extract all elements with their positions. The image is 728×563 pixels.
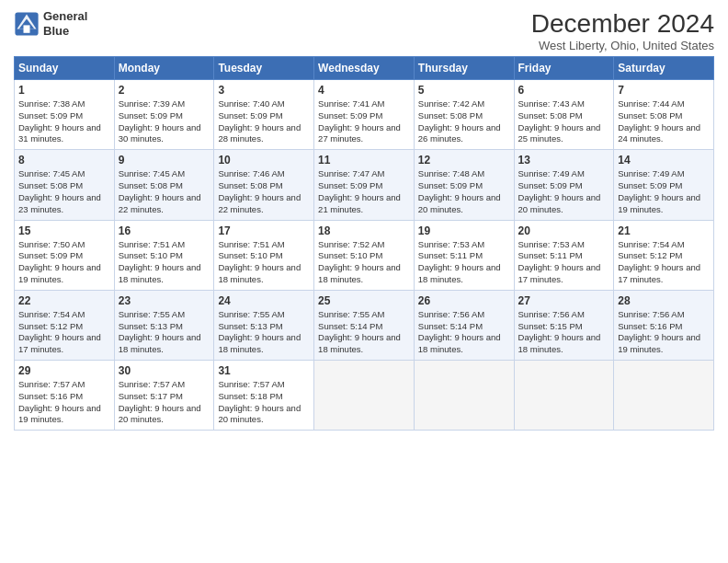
cell-content: Sunrise: 7:49 AMSunset: 5:09 PMDaylight:… [618, 168, 700, 213]
calendar-cell: 4Sunrise: 7:41 AMSunset: 5:09 PMDaylight… [314, 80, 415, 150]
calendar-cell: 19Sunrise: 7:53 AMSunset: 5:11 PMDayligh… [414, 220, 514, 290]
calendar-week-1: 1Sunrise: 7:38 AMSunset: 5:09 PMDaylight… [15, 80, 714, 150]
cell-content: Sunrise: 7:47 AMSunset: 5:09 PMDaylight:… [318, 168, 401, 213]
title-block: December 2024 West Liberty, Ohio, United… [531, 9, 714, 52]
calendar-week-5: 29Sunrise: 7:57 AMSunset: 5:16 PMDayligh… [15, 361, 714, 431]
cell-content: Sunrise: 7:49 AMSunset: 5:09 PMDaylight:… [518, 168, 601, 213]
calendar-cell: 11Sunrise: 7:47 AMSunset: 5:09 PMDayligh… [314, 150, 415, 220]
day-header-monday: Monday [114, 57, 214, 80]
day-header-tuesday: Tuesday [214, 57, 314, 80]
cell-content: Sunrise: 7:48 AMSunset: 5:09 PMDaylight:… [418, 168, 501, 213]
cell-content: Sunrise: 7:54 AMSunset: 5:12 PMDaylight:… [618, 239, 700, 284]
day-number: 12 [418, 154, 510, 167]
cell-content: Sunrise: 7:53 AMSunset: 5:11 PMDaylight:… [518, 239, 601, 284]
cell-content: Sunrise: 7:39 AMSunset: 5:09 PMDaylight:… [119, 98, 201, 144]
calendar-cell: 28Sunrise: 7:56 AMSunset: 5:16 PMDayligh… [614, 290, 714, 360]
day-number: 4 [318, 84, 410, 97]
day-number: 20 [518, 224, 610, 237]
day-number: 8 [18, 154, 110, 167]
calendar-cell: 17Sunrise: 7:51 AMSunset: 5:10 PMDayligh… [214, 220, 314, 290]
day-header-saturday: Saturday [614, 57, 714, 80]
calendar-cell: 1Sunrise: 7:38 AMSunset: 5:09 PMDaylight… [15, 80, 115, 150]
cell-content: Sunrise: 7:57 AMSunset: 5:18 PMDaylight:… [218, 379, 301, 424]
calendar-cell: 10Sunrise: 7:46 AMSunset: 5:08 PMDayligh… [214, 150, 314, 220]
calendar-cell: 20Sunrise: 7:53 AMSunset: 5:11 PMDayligh… [514, 220, 614, 290]
calendar-cell: 26Sunrise: 7:56 AMSunset: 5:14 PMDayligh… [414, 290, 514, 360]
page-container: General Blue December 2024 West Liberty,… [0, 0, 728, 440]
calendar-cell [614, 361, 714, 431]
month-title: December 2024 [531, 9, 714, 39]
day-number: 27 [518, 294, 610, 307]
day-number: 7 [618, 84, 710, 97]
calendar-cell [314, 361, 415, 431]
day-number: 18 [318, 224, 410, 237]
cell-content: Sunrise: 7:46 AMSunset: 5:08 PMDaylight:… [218, 168, 301, 213]
calendar-cell: 12Sunrise: 7:48 AMSunset: 5:09 PMDayligh… [414, 150, 514, 220]
cell-content: Sunrise: 7:40 AMSunset: 5:09 PMDaylight:… [218, 98, 301, 144]
day-number: 9 [119, 154, 210, 167]
calendar-cell: 5Sunrise: 7:42 AMSunset: 5:08 PMDaylight… [414, 80, 514, 150]
cell-content: Sunrise: 7:44 AMSunset: 5:08 PMDaylight:… [618, 98, 700, 144]
calendar-week-3: 15Sunrise: 7:50 AMSunset: 5:09 PMDayligh… [15, 220, 714, 290]
calendar-cell [414, 361, 514, 431]
cell-content: Sunrise: 7:55 AMSunset: 5:13 PMDaylight:… [218, 309, 301, 354]
cell-content: Sunrise: 7:51 AMSunset: 5:10 PMDaylight:… [218, 239, 301, 284]
day-number: 3 [218, 84, 310, 97]
day-number: 2 [119, 84, 210, 97]
day-number: 14 [618, 154, 710, 167]
calendar-cell: 18Sunrise: 7:52 AMSunset: 5:10 PMDayligh… [314, 220, 415, 290]
cell-content: Sunrise: 7:42 AMSunset: 5:08 PMDaylight:… [418, 98, 501, 144]
day-number: 21 [618, 224, 710, 237]
day-number: 19 [418, 224, 510, 237]
cell-content: Sunrise: 7:45 AMSunset: 5:08 PMDaylight:… [119, 168, 201, 213]
logo-text: General Blue [43, 9, 87, 38]
day-number: 29 [18, 364, 110, 377]
day-number: 22 [18, 294, 110, 307]
calendar-cell: 30Sunrise: 7:57 AMSunset: 5:17 PMDayligh… [114, 361, 214, 431]
calendar-week-4: 22Sunrise: 7:54 AMSunset: 5:12 PMDayligh… [15, 290, 714, 360]
calendar-header-row: SundayMondayTuesdayWednesdayThursdayFrid… [15, 57, 714, 80]
calendar-cell: 2Sunrise: 7:39 AMSunset: 5:09 PMDaylight… [114, 80, 214, 150]
cell-content: Sunrise: 7:45 AMSunset: 5:08 PMDaylight:… [18, 168, 101, 213]
calendar-cell [514, 361, 614, 431]
calendar-table: SundayMondayTuesdayWednesdayThursdayFrid… [14, 56, 714, 431]
day-number: 17 [218, 224, 310, 237]
calendar-cell: 27Sunrise: 7:56 AMSunset: 5:15 PMDayligh… [514, 290, 614, 360]
cell-content: Sunrise: 7:52 AMSunset: 5:10 PMDaylight:… [318, 239, 401, 284]
cell-content: Sunrise: 7:56 AMSunset: 5:16 PMDaylight:… [618, 309, 700, 354]
day-header-sunday: Sunday [15, 57, 115, 80]
calendar-cell: 6Sunrise: 7:43 AMSunset: 5:08 PMDaylight… [514, 80, 614, 150]
calendar-cell: 22Sunrise: 7:54 AMSunset: 5:12 PMDayligh… [15, 290, 115, 360]
cell-content: Sunrise: 7:57 AMSunset: 5:16 PMDaylight:… [18, 379, 101, 424]
day-header-friday: Friday [514, 57, 614, 80]
cell-content: Sunrise: 7:38 AMSunset: 5:09 PMDaylight:… [18, 98, 101, 144]
calendar-cell: 3Sunrise: 7:40 AMSunset: 5:09 PMDaylight… [214, 80, 314, 150]
calendar-cell: 9Sunrise: 7:45 AMSunset: 5:08 PMDaylight… [114, 150, 214, 220]
calendar-cell: 14Sunrise: 7:49 AMSunset: 5:09 PMDayligh… [614, 150, 714, 220]
day-number: 24 [218, 294, 310, 307]
calendar-cell: 24Sunrise: 7:55 AMSunset: 5:13 PMDayligh… [214, 290, 314, 360]
svg-rect-3 [24, 25, 30, 32]
cell-content: Sunrise: 7:53 AMSunset: 5:11 PMDaylight:… [418, 239, 501, 284]
cell-content: Sunrise: 7:55 AMSunset: 5:14 PMDaylight:… [318, 309, 401, 354]
day-number: 13 [518, 154, 610, 167]
header: General Blue December 2024 West Liberty,… [14, 9, 714, 52]
day-number: 1 [18, 84, 110, 97]
calendar-cell: 7Sunrise: 7:44 AMSunset: 5:08 PMDaylight… [614, 80, 714, 150]
calendar-cell: 29Sunrise: 7:57 AMSunset: 5:16 PMDayligh… [15, 361, 115, 431]
cell-content: Sunrise: 7:43 AMSunset: 5:08 PMDaylight:… [518, 98, 601, 144]
day-number: 25 [318, 294, 410, 307]
cell-content: Sunrise: 7:50 AMSunset: 5:09 PMDaylight:… [18, 239, 101, 284]
day-number: 30 [119, 364, 210, 377]
day-number: 11 [318, 154, 410, 167]
calendar-cell: 16Sunrise: 7:51 AMSunset: 5:10 PMDayligh… [114, 220, 214, 290]
day-number: 16 [119, 224, 210, 237]
cell-content: Sunrise: 7:56 AMSunset: 5:14 PMDaylight:… [418, 309, 501, 354]
day-header-wednesday: Wednesday [314, 57, 415, 80]
cell-content: Sunrise: 7:56 AMSunset: 5:15 PMDaylight:… [518, 309, 601, 354]
cell-content: Sunrise: 7:57 AMSunset: 5:17 PMDaylight:… [119, 379, 201, 424]
calendar-cell: 23Sunrise: 7:55 AMSunset: 5:13 PMDayligh… [114, 290, 214, 360]
logo: General Blue [14, 9, 87, 38]
cell-content: Sunrise: 7:55 AMSunset: 5:13 PMDaylight:… [119, 309, 201, 354]
calendar-cell: 21Sunrise: 7:54 AMSunset: 5:12 PMDayligh… [614, 220, 714, 290]
